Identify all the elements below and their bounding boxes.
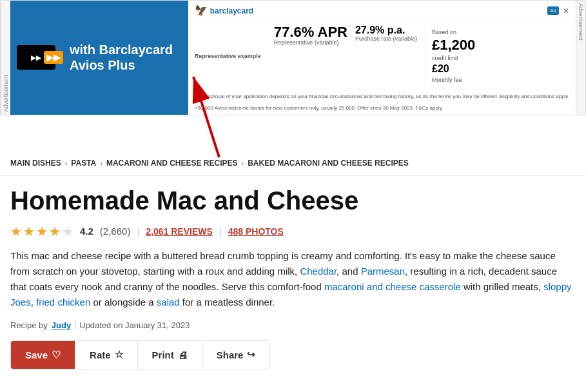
share-label: Share (217, 349, 244, 360)
sloppy-joes-link[interactable]: sloppy Joes (10, 281, 571, 308)
reviews-link[interactable]: 2,061 REVIEWS (146, 226, 213, 237)
ad-small-text1: The approval of your application depends… (188, 91, 576, 103)
based-on-label: Based on (432, 29, 475, 35)
recipe-by-label: Recipe by (10, 320, 48, 330)
star-3: ★ (36, 224, 48, 239)
ad-card-image: ▶▶ (17, 45, 55, 70)
monthly-label: Monthly fee (432, 77, 475, 83)
cheddar-link[interactable]: Cheddar (300, 266, 337, 277)
rating-number: 4.2 (80, 226, 93, 237)
star-4: ★ (49, 224, 61, 239)
breadcrumb-pasta[interactable]: PASTA (71, 159, 96, 168)
photos-link[interactable]: 488 PHOTOS (228, 226, 284, 237)
recipe-by-separator (75, 320, 75, 329)
breadcrumb-main-dishes[interactable]: MAIN DISHES (10, 159, 61, 168)
star-5: ★ (62, 224, 73, 239)
ad-label-left: Advertisement (1, 1, 10, 115)
action-buttons: Save ♡ Rate ☆ Print 🖨 Share ↪ (10, 340, 270, 369)
breadcrumb-sep-1: › (65, 159, 68, 167)
fried-chicken-link[interactable]: fried chicken (36, 297, 90, 308)
purchase-block: 27.9% p.a. Purchase rate (variable) (355, 25, 417, 87)
author-link[interactable]: Judy (52, 320, 71, 330)
monthly-value: £20 (432, 64, 475, 74)
breadcrumb-mac-cheese[interactable]: MACARONI AND CHEESE RECIPES (106, 159, 238, 168)
apr-block: 77.6% APR Representative (variable) (274, 25, 347, 87)
save-label: Save (25, 349, 48, 360)
apr-label: Representative (variable) (274, 39, 347, 46)
rate-button[interactable]: Rate ☆ (75, 341, 137, 369)
credit-limit-label: credit limit (432, 55, 475, 61)
breadcrumb: MAIN DISHES › PASTA › MACARONI AND CHEES… (0, 151, 586, 176)
breadcrumb-sep-3: › (242, 159, 244, 167)
ad-center-blue[interactable]: with Barclaycard Avios Plus (62, 1, 188, 115)
ad-tag: Ad (547, 6, 559, 15)
salad-link[interactable]: salad (157, 297, 180, 308)
ad-rates: Representative example 77.6% APR Represe… (188, 21, 576, 91)
rate-label: Rate (90, 349, 111, 360)
share-icon: ↪ (247, 349, 255, 360)
credit-limit-value: £1,200 (432, 38, 475, 52)
star-2: ★ (23, 224, 35, 239)
star-1: ★ (10, 224, 22, 239)
rating-row: ★ ★ ★ ★ ★ 4.2 (2,660) | 2,061 REVIEWS | … (10, 224, 576, 239)
breadcrumb-baked-mac-cheese[interactable]: BAKED MACARONI AND CHEESE RECIPES (248, 159, 409, 168)
barclaycard-name: barclaycard (210, 6, 253, 15)
save-button[interactable]: Save ♡ (11, 341, 75, 369)
heart-icon: ♡ (52, 349, 61, 361)
close-ad-icon[interactable]: ✕ (563, 6, 569, 15)
print-icon: 🖨 (178, 349, 188, 360)
updated-date: Updated on January 31, 2023 (79, 320, 190, 330)
casserole-link[interactable]: macaroni and cheese casserole (324, 281, 461, 292)
print-button[interactable]: Print 🖨 (137, 341, 202, 369)
ad-small-text2: +50,000 Avios welcome bonus for new cust… (188, 103, 576, 114)
credit-limit-block: Based on £1,200 credit limit £20 Monthly… (425, 25, 482, 87)
breadcrumb-sep-2: › (100, 159, 103, 167)
main-content: Homemade Mac and Cheese ★ ★ ★ ★ ★ 4.2 (2… (0, 176, 586, 369)
star-icon: ☆ (115, 349, 123, 360)
ad-right-top: 🦅 barclaycard Ad ✕ (188, 1, 576, 21)
share-button[interactable]: Share ↪ (202, 341, 270, 369)
divider-2: | (219, 226, 222, 237)
barclaycard-logo: 🦅 barclaycard (195, 5, 253, 17)
red-arrow-container (0, 115, 586, 151)
rep-example-label: Representative example (195, 53, 261, 59)
parmesan-link[interactable]: Parmesan (361, 266, 405, 277)
recipe-title: Homemade Mac and Cheese (10, 186, 576, 215)
print-label: Print (152, 349, 174, 360)
divider-1: | (137, 226, 139, 237)
purchase-value: 27.9% p.a. (355, 25, 417, 35)
star-rating: ★ ★ ★ ★ ★ (10, 224, 73, 239)
ad-right-section: 🦅 barclaycard Ad ✕ Representative exampl… (188, 1, 576, 115)
purchase-label: Purchase rate (variable) (355, 35, 417, 42)
ad-banner: Advertisement ▶▶ with Barclaycard Avios … (0, 0, 586, 115)
barclaycard-eagle-icon: 🦅 (195, 5, 208, 17)
recipe-description: This mac and cheese recipe with a butter… (10, 248, 576, 310)
ad-left-blue: ▶▶ (10, 1, 62, 115)
rating-count: (2,660) (100, 226, 131, 237)
ad-content: ▶▶ with Barclaycard Avios Plus 🦅 barclay… (10, 1, 576, 115)
ad-main-text: with Barclaycard Avios Plus (70, 42, 173, 73)
recipe-by-row: Recipe by Judy Updated on January 31, 20… (10, 320, 576, 330)
ad-label-right: Advertisement (576, 1, 585, 115)
apr-value: 77.6% APR (274, 25, 347, 39)
